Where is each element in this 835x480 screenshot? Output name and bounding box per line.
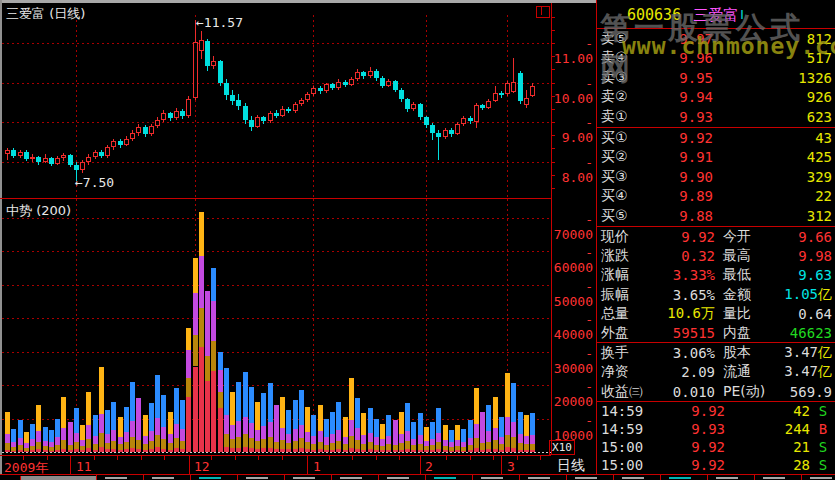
indicator-bar-segment (293, 449, 298, 452)
sell-order-row[interactable]: 卖③9.951326 (597, 68, 835, 88)
indicator-bar-segment (124, 449, 129, 452)
indicator-bar-segment (55, 419, 60, 438)
indicator-gridline (2, 218, 551, 219)
indicator-bar-segment (74, 442, 79, 449)
buy-order-row[interactable]: 买①9.9243 (597, 128, 835, 148)
bottom-tab[interactable] (96, 475, 144, 480)
bottom-tab[interactable] (754, 475, 802, 480)
bottom-tab[interactable] (613, 475, 661, 480)
indicator-axis-label: - 30000 (551, 346, 593, 376)
x10-scale-box[interactable]: X10 (549, 440, 575, 455)
indicator-bar-segment (211, 268, 216, 301)
order-amount: 1326 (713, 70, 832, 86)
buy-order-row[interactable]: 买⑤9.88312 (597, 206, 835, 226)
indicator-bar-segment (324, 419, 329, 438)
price-axis-tick (551, 188, 555, 189)
bottom-tab[interactable] (707, 475, 755, 480)
bottom-tab[interactable] (378, 475, 426, 480)
bottom-tab[interactable] (425, 475, 473, 480)
indicator-bar-segment (24, 443, 29, 447)
candle-body-down (286, 109, 291, 111)
indicator-bar-segment (418, 413, 423, 435)
bottom-tab[interactable] (472, 475, 520, 480)
time-axis-label: 11 (76, 459, 92, 474)
indicator-bar-segment (105, 443, 110, 450)
bottom-tab-selected[interactable] (20, 476, 97, 480)
sell-order-row[interactable]: 卖④9.96517 (597, 49, 835, 69)
info-value: 0.64 (775, 306, 832, 322)
order-level-label: 卖⑤ (601, 30, 645, 48)
indicator-bar-segment (149, 449, 154, 452)
time-axis-tick (399, 456, 400, 460)
indicator-bar-segment (218, 352, 223, 370)
bottom-tab[interactable] (284, 475, 332, 480)
indicator-bar-segment (324, 450, 329, 452)
indicator-baseline (2, 452, 551, 453)
bottom-tab[interactable] (331, 475, 379, 480)
indicator-bar-segment (399, 450, 404, 452)
indicator-bar-segment (311, 436, 316, 444)
indicator-bar-segment (199, 212, 204, 255)
indicator-bar-segment (5, 434, 10, 443)
indicator-bar-segment (155, 375, 160, 418)
trade-tick-row: 15:009.9221S (597, 438, 835, 456)
candle-body-up (486, 101, 491, 108)
bottom-tab[interactable] (237, 475, 285, 480)
indicator-bar-segment (224, 434, 229, 447)
candle-body-down (468, 118, 473, 121)
candle-body-up (336, 82, 341, 88)
indicator-bar-segment (474, 424, 479, 438)
indicator-bar-segment (230, 392, 235, 426)
indicator-bar-segment (155, 447, 160, 452)
indicator-bar-segment (443, 450, 448, 452)
indicator-bar-segment (105, 410, 110, 433)
buy-order-row[interactable]: 买③9.90329 (597, 167, 835, 187)
indicator-bar-segment (218, 392, 223, 408)
price-axis-tick (551, 43, 555, 44)
buy-order-row[interactable]: 买④9.8922 (597, 187, 835, 207)
indicator-bar-segment (86, 439, 91, 449)
indicator-bar-segment (436, 449, 441, 452)
indicator-bar-segment (161, 439, 166, 448)
candle-body-down (480, 105, 485, 107)
info-label: 换手 (601, 344, 653, 362)
bottom-tab[interactable] (519, 475, 567, 480)
candle-body-up (130, 133, 135, 139)
indicator-bar-segment (149, 441, 154, 449)
candle-body-up (461, 118, 466, 124)
trade-volume: 42 (725, 403, 810, 419)
time-axis-tick (235, 456, 236, 460)
candle-body-up (105, 147, 110, 156)
order-level-label: 买④ (601, 187, 645, 205)
candle-body-down (374, 71, 379, 78)
sell-order-row[interactable]: 卖②9.94926 (597, 88, 835, 108)
indicator-bar-segment (230, 425, 235, 438)
indicator-bar-segment (386, 415, 391, 436)
fundamental-row: 净资2.09流通3.47亿 (597, 363, 835, 382)
bottom-tab[interactable] (190, 475, 238, 480)
buy-order-row[interactable]: 买②9.91425 (597, 148, 835, 168)
indicator-bar-segment (411, 445, 416, 450)
indicator-bar-segment (405, 431, 410, 442)
order-level-label: 买⑤ (601, 207, 645, 225)
period-label[interactable]: 日线 (557, 457, 585, 475)
bottom-tab[interactable] (143, 475, 191, 480)
indicator-bar-segment (49, 451, 54, 452)
sell-order-row[interactable]: 卖①9.93623 (597, 107, 835, 127)
indicator-bar-segment (286, 410, 291, 433)
price-axis-label: - 8.00 (551, 155, 593, 185)
indicator-bar-segment (93, 450, 98, 452)
split-view-icon[interactable] (536, 6, 550, 18)
indicator-bar-segment (118, 417, 123, 437)
indicator-bar-segment (493, 397, 498, 428)
indicator-bar-segment (305, 407, 310, 432)
sell-order-row[interactable]: 卖⑤9.97812 (597, 29, 835, 49)
indicator-bar-segment (43, 450, 48, 452)
bottom-tab[interactable] (660, 475, 708, 480)
price-axis-label: - 11.00 (551, 36, 593, 66)
candle-body-up (93, 152, 98, 157)
candle-body-up (493, 93, 498, 101)
info-value: 0.010 (653, 384, 715, 400)
bottom-tab[interactable] (566, 475, 614, 480)
bottom-tab[interactable] (801, 475, 835, 480)
